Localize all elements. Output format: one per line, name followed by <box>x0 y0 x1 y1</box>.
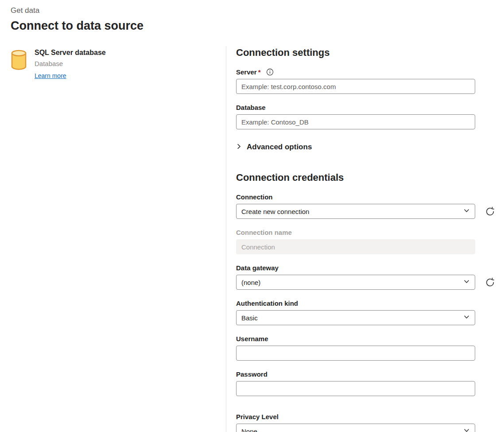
chevron-right-icon <box>236 143 242 151</box>
database-cylinder-icon <box>11 49 27 80</box>
privacy-level-dropdown-value: None <box>241 428 257 432</box>
data-gateway-row: (none) <box>236 275 496 290</box>
server-label-row: Server* <box>236 68 496 76</box>
breadcrumb: Get data <box>11 6 493 15</box>
username-label: Username <box>236 335 268 342</box>
chevron-down-icon <box>463 314 470 322</box>
connection-credentials-heading: Connection credentials <box>236 172 496 183</box>
advanced-options-label: Advanced options <box>247 143 312 152</box>
authentication-kind-dropdown[interactable]: Basic <box>236 310 475 325</box>
database-label: Database <box>236 104 266 111</box>
page-title: Connect to data source <box>11 19 493 33</box>
password-label: Password <box>236 370 268 378</box>
connection-row: Create new connection <box>236 204 496 219</box>
chevron-down-icon <box>463 278 470 286</box>
server-label: Server* <box>236 68 261 76</box>
connection-name-label-row: Connection name <box>236 229 496 236</box>
data-gateway-label-row: Data gateway <box>236 264 496 272</box>
refresh-gateways-button[interactable] <box>484 276 496 288</box>
data-gateway-label: Data gateway <box>236 264 279 272</box>
source-panel: SQL Server database Database Learn more <box>11 46 226 432</box>
authentication-kind-dropdown-value: Basic <box>241 314 258 322</box>
username-input[interactable] <box>236 346 475 361</box>
connect-to-data-source-dialog: Get data Connect to data source SQL Serv… <box>0 0 504 432</box>
required-asterisk: * <box>258 68 261 76</box>
connection-dropdown[interactable]: Create new connection <box>236 204 475 219</box>
learn-more-link[interactable]: Learn more <box>35 72 66 79</box>
refresh-connections-button[interactable] <box>484 206 496 217</box>
source-meta: SQL Server database Database Learn more <box>35 49 106 80</box>
source-card: SQL Server database Database Learn more <box>11 49 226 80</box>
advanced-options-toggle[interactable]: Advanced options <box>236 143 496 152</box>
data-gateway-dropdown[interactable]: (none) <box>236 275 475 290</box>
server-input[interactable] <box>236 79 475 94</box>
authentication-kind-label: Authentication kind <box>236 300 298 307</box>
password-label-row: Password <box>236 370 496 378</box>
database-label-row: Database <box>236 104 496 111</box>
authentication-kind-label-row: Authentication kind <box>236 300 496 307</box>
source-type: Database <box>35 60 106 67</box>
database-input[interactable] <box>236 114 475 129</box>
connection-name-input <box>236 239 475 254</box>
chevron-down-icon <box>463 207 470 215</box>
settings-panel: Connection settings Server* Database <box>226 46 496 432</box>
password-input[interactable] <box>236 381 475 396</box>
username-label-row: Username <box>236 335 496 342</box>
connection-label: Connection <box>236 193 273 201</box>
main-content: SQL Server database Database Learn more … <box>11 46 493 432</box>
connection-name-label: Connection name <box>236 229 292 236</box>
data-gateway-dropdown-value: (none) <box>241 279 260 286</box>
privacy-level-label-row: Privacy Level <box>236 413 496 420</box>
info-icon[interactable] <box>266 68 274 76</box>
chevron-down-icon <box>463 427 470 432</box>
source-name: SQL Server database <box>35 49 106 57</box>
connection-label-row: Connection <box>236 193 496 201</box>
connection-dropdown-value: Create new connection <box>241 208 309 215</box>
connection-settings-heading: Connection settings <box>236 47 496 58</box>
privacy-level-dropdown[interactable]: None <box>236 424 475 432</box>
privacy-level-label: Privacy Level <box>236 413 279 420</box>
